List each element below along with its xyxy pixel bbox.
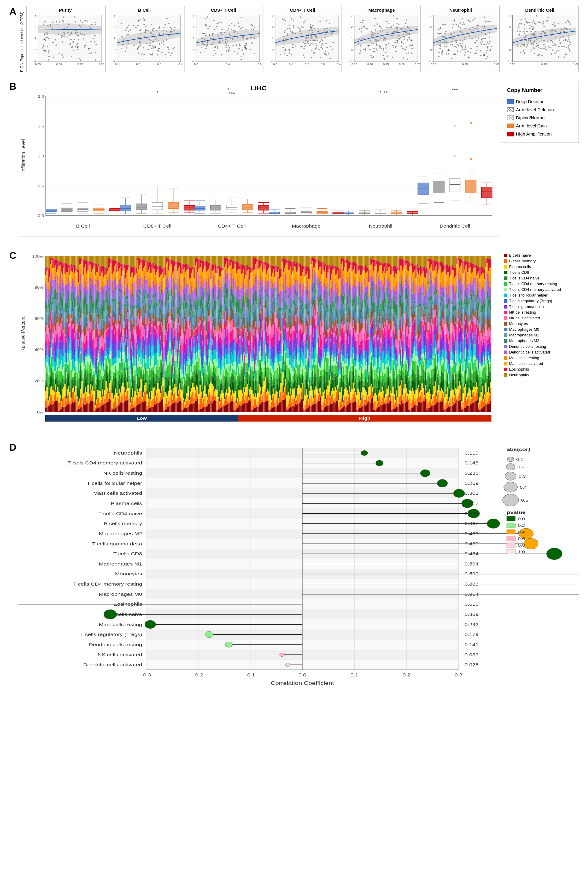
svg-rect-3563 — [160, 304, 161, 309]
svg-point-566 — [304, 20, 306, 21]
svg-rect-3699 — [167, 259, 168, 261]
svg-rect-6385 — [315, 403, 316, 412]
svg-point-1084 — [526, 46, 527, 47]
svg-rect-6423 — [316, 278, 318, 280]
svg-rect-7904 — [398, 397, 400, 404]
svg-rect-7640 — [384, 402, 385, 404]
svg-rect-8710 — [442, 298, 443, 302]
svg-rect-6876 — [342, 356, 343, 361]
svg-rect-8029 — [404, 282, 406, 289]
svg-rect-6640 — [328, 308, 330, 316]
svg-rect-2539 — [104, 374, 105, 382]
svg-rect-2616 — [108, 305, 109, 317]
svg-rect-8761 — [446, 409, 447, 412]
svg-rect-2223 — [86, 278, 87, 289]
svg-rect-4009 — [185, 408, 186, 412]
svg-rect-8911 — [453, 281, 454, 286]
svg-rect-6077 — [298, 403, 300, 412]
svg-rect-3300 — [145, 280, 147, 284]
svg-rect-1962 — [72, 256, 73, 266]
svg-rect-8209 — [414, 266, 415, 271]
svg-rect-4014 — [185, 379, 186, 385]
svg-rect-6848 — [340, 399, 342, 409]
svg-rect-4053 — [188, 406, 189, 412]
svg-rect-4628 — [219, 397, 220, 402]
svg-rect-7878 — [396, 274, 397, 280]
svg-rect-5729 — [279, 367, 280, 378]
svg-rect-3535 — [159, 325, 160, 334]
svg-rect-8749 — [444, 335, 446, 342]
svg-rect-7647 — [384, 348, 385, 359]
svg-rect-5221 — [251, 390, 252, 399]
svg-rect-9248 — [472, 387, 473, 390]
svg-rect-7437 — [372, 265, 373, 275]
svg-rect-4262 — [198, 323, 200, 326]
svg-rect-1551 — [50, 357, 51, 364]
svg-rect-5074 — [243, 335, 244, 344]
svg-rect-1651 — [55, 272, 56, 276]
svg-rect-1823 — [64, 312, 66, 322]
svg-rect-7697 — [386, 297, 388, 305]
svg-rect-5510 — [267, 367, 268, 377]
svg-rect-7504 — [376, 265, 377, 270]
svg-rect-4760 — [226, 387, 227, 389]
svg-rect-9536 — [488, 360, 489, 364]
svg-point-1081 — [568, 39, 570, 41]
svg-rect-6574 — [325, 326, 326, 330]
svg-point-446 — [244, 47, 246, 48]
svg-rect-3927 — [180, 369, 181, 378]
svg-rect-4420 — [207, 303, 208, 311]
svg-rect-4638 — [219, 322, 220, 325]
svg-rect-9322 — [476, 328, 477, 335]
svg-rect-3975 — [183, 343, 184, 353]
svg-rect-2156 — [82, 287, 84, 290]
svg-rect-8172 — [413, 361, 414, 372]
svg-rect-3578 — [161, 338, 162, 341]
svg-rect-8787 — [447, 375, 448, 383]
svg-rect-6018 — [295, 356, 296, 367]
svg-rect-9409 — [480, 340, 482, 352]
svg-point-121 — [94, 24, 96, 25]
legend-color-dot — [504, 322, 507, 326]
svg-rect-2245 — [87, 281, 88, 286]
svg-rect-9118 — [465, 359, 466, 370]
svg-rect-2234 — [87, 353, 88, 356]
svg-rect-2497 — [102, 366, 103, 378]
svg-rect-4915 — [234, 378, 236, 381]
svg-rect-8499 — [431, 399, 432, 404]
svg-rect-1953 — [72, 321, 73, 324]
svg-point-427 — [206, 25, 207, 26]
svg-rect-1690 — [57, 303, 58, 311]
svg-point-1055 — [520, 46, 522, 47]
svg-rect-8944 — [455, 341, 456, 351]
svg-rect-6194 — [304, 359, 306, 369]
svg-rect-1781 — [62, 292, 63, 298]
svg-rect-3196 — [141, 391, 142, 402]
svg-rect-7766 — [390, 290, 391, 299]
svg-rect-6378 — [314, 283, 315, 289]
svg-rect-9368 — [478, 319, 479, 327]
svg-rect-4257 — [198, 350, 200, 357]
svg-point-882 — [457, 44, 458, 45]
svg-rect-4418 — [207, 322, 208, 331]
svg-point-695 — [404, 39, 405, 40]
svg-rect-4140 — [191, 256, 192, 267]
svg-rect-8019 — [404, 351, 406, 361]
svg-rect-9384 — [479, 361, 480, 363]
svg-rect-7871 — [396, 330, 397, 339]
svg-rect-8374 — [424, 336, 425, 345]
svg-rect-8069 — [407, 319, 408, 326]
svg-rect-4294 — [200, 256, 201, 260]
panel-d-label: D — [10, 442, 16, 453]
svg-rect-6480 — [320, 366, 321, 368]
svg-rect-6070 — [297, 292, 298, 296]
svg-rect-3915 — [179, 288, 180, 296]
svg-rect-3473 — [155, 297, 156, 307]
svg-point-976 — [485, 21, 486, 22]
svg-point-604 — [331, 49, 333, 50]
svg-rect-5317 — [256, 337, 257, 339]
svg-rect-7403 — [371, 352, 372, 355]
svg-rect-5853 — [285, 268, 286, 275]
svg-rect-4430 — [208, 387, 209, 390]
svg-rect-3100 — [134, 305, 135, 308]
